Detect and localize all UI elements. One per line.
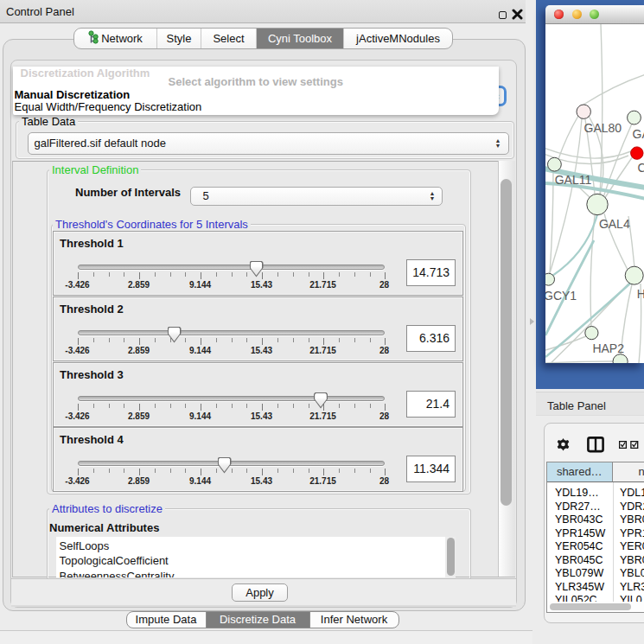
- svg-text:GCY1: GCY1: [545, 288, 577, 302]
- svg-text:GA: GA: [633, 127, 644, 141]
- svg-text:GAL11: GAL11: [555, 173, 592, 187]
- svg-text:H: H: [637, 286, 644, 300]
- svg-text:C: C: [638, 160, 644, 174]
- svg-text:HAP2: HAP2: [592, 341, 624, 355]
- svg-text:GAL4: GAL4: [599, 216, 630, 230]
- svg-text:GAL80: GAL80: [584, 121, 622, 135]
